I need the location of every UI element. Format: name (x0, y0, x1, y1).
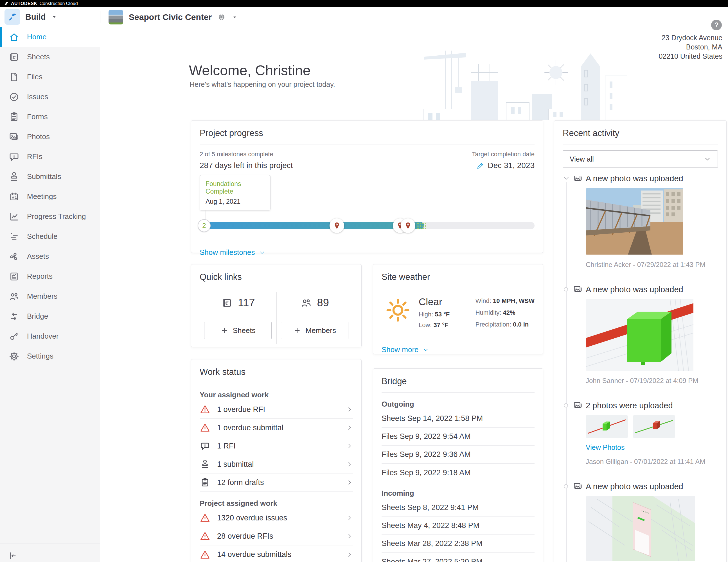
project-switcher[interactable]: Seaport Civic Center (109, 10, 238, 24)
bridge-row[interactable]: Files Sep 9, 2022 9:36 AM (382, 446, 535, 464)
warning-icon (200, 531, 210, 541)
section-heading: Outgoing (382, 400, 535, 408)
help-button[interactable]: ? (711, 20, 722, 30)
build-product-icon (4, 9, 20, 25)
bridge-row[interactable]: Files Sep 9, 2022 9:18 AM (382, 464, 535, 482)
card-title: Recent activity (563, 121, 718, 144)
activity-filter-select[interactable]: View all (563, 150, 718, 168)
photo-upload-icon (573, 481, 583, 491)
activity-thumb-red-model[interactable] (633, 415, 675, 438)
sidebar-item-issues[interactable]: Issues (0, 87, 100, 107)
divider (200, 383, 353, 383)
activity-item: 2 photos were uploaded (563, 401, 718, 466)
warning-icon (200, 549, 210, 560)
wind-value: 10 MPH, WSW (493, 297, 535, 304)
milestone-name: Foundations Complete (206, 180, 265, 195)
forms-icon (8, 111, 20, 123)
issues-icon (8, 91, 20, 103)
work-status-row[interactable]: 28 overdue RFIs (200, 527, 353, 545)
milestone-start-marker: 2 (198, 219, 211, 232)
work-status-row[interactable]: 1 submittal (200, 455, 353, 473)
bridge-row[interactable]: Sheets Mar 27, 2022 5:20 PM (382, 553, 535, 562)
chevron-down-icon (704, 156, 711, 163)
sidebar-item-handover[interactable]: Handover (0, 326, 100, 346)
activity-item: A new photo was uploaded (563, 482, 718, 562)
bridge-row[interactable]: Sheets Mar 28, 2022 2:38 PM (382, 535, 535, 553)
collapse-sidebar-icon[interactable] (7, 551, 17, 561)
activity-photo-construction-site[interactable] (586, 188, 718, 255)
tooltip-connector (206, 210, 206, 220)
humidity-value: 42% (503, 309, 515, 316)
target-completion-date: Dec 31, 2023 (488, 161, 535, 170)
add-sheets-button[interactable]: Sheets (204, 322, 272, 339)
activity-thumb-green-model[interactable] (586, 415, 628, 438)
caret-down-icon (231, 14, 238, 21)
sidebar-item-photos[interactable]: Photos (0, 127, 100, 147)
warning-icon (200, 422, 210, 433)
work-status-row[interactable]: 1 RFI (200, 437, 353, 455)
assets-icon (8, 251, 20, 262)
work-status-row[interactable]: 14 overdue submittals (200, 545, 353, 562)
sheets-icon (221, 297, 233, 309)
sidebar-item-meetings[interactable]: Meetings (0, 187, 100, 207)
product-name: Build (25, 12, 46, 22)
sidebar-item-home[interactable]: Home (0, 27, 100, 47)
sidebar-item-rfis[interactable]: RFIs (0, 147, 100, 167)
sidebar-item-reports[interactable]: Reports (0, 267, 100, 286)
bridge-row[interactable]: Sheets Sep 14, 2022 1:58 PM (382, 410, 535, 428)
meetings-icon (8, 191, 20, 202)
sidebar-item-schedule[interactable]: Schedule (0, 227, 100, 247)
bridge-card: Bridge Outgoing Sheets Sep 14, 2022 1:58… (373, 368, 543, 562)
activity-photo-model-render[interactable] (586, 299, 718, 371)
show-more-link[interactable]: Show more (382, 339, 429, 360)
edit-pencil-icon[interactable] (477, 162, 484, 170)
sidebar-item-submittals[interactable]: Submittals (0, 167, 100, 187)
bridge-row[interactable]: Sheets May 4, 2022 8:48 PM (382, 517, 535, 535)
sidebar-item-settings[interactable]: Settings (0, 346, 100, 366)
submittal-stamp-icon (200, 459, 210, 469)
milestone-pin (330, 218, 344, 233)
sheets-icon (8, 51, 20, 63)
progress-bar: 2 (200, 222, 535, 229)
sun-icon (385, 297, 411, 323)
bridge-icon (8, 311, 20, 322)
sidebar-item-forms[interactable]: Forms (0, 107, 100, 127)
sidebar-item-files[interactable]: Files (0, 67, 100, 87)
chevron-right-icon (346, 406, 353, 413)
bridge-row[interactable]: Files Sep 9, 2022 9:54 AM (382, 428, 535, 446)
work-status-row[interactable]: 12 form drafts (200, 473, 353, 492)
members-icon (300, 297, 312, 309)
work-status-row[interactable]: 1 overdue submittal (200, 419, 353, 437)
app-header: Build Seaport Civic Center ? (0, 7, 728, 27)
project-name: Seaport Civic Center (129, 12, 212, 22)
sidebar-item-progress-tracking[interactable]: Progress Tracking (0, 207, 100, 227)
chevron-right-icon (346, 533, 353, 540)
activity-photo-bim-panel[interactable] (586, 496, 718, 561)
app-window: AUTODESK Construction Cloud Build Seapor… (0, 0, 728, 562)
timeline-chevron-icon[interactable] (563, 176, 570, 182)
sidebar-item-sheets[interactable]: Sheets (0, 47, 100, 67)
work-status-row[interactable]: 1 overdue RFI (200, 400, 353, 419)
work-status-row[interactable]: 1320 overdue issues (200, 509, 353, 527)
work-status-card: Work status Your assigned work 1 overdue… (191, 359, 362, 562)
view-photos-link[interactable]: View Photos (586, 443, 625, 452)
show-milestones-link[interactable]: Show milestones (200, 242, 265, 263)
plus-icon (220, 326, 228, 334)
files-icon (8, 71, 20, 83)
activity-item: A new photo was uploaded (563, 285, 718, 385)
site-weather-card: Site weather Clear High: 53 °F Low: 37 °… (373, 264, 543, 354)
product-switcher[interactable]: Build (4, 9, 58, 25)
sidebar-item-bridge[interactable]: Bridge (0, 306, 100, 326)
sidebar-item-assets[interactable]: Assets (0, 247, 100, 267)
card-title: Bridge (382, 369, 535, 392)
brand-suffix: Construction Cloud (40, 1, 78, 6)
caret-down-icon (51, 13, 58, 20)
photo-upload-icon (573, 284, 583, 294)
bridge-row[interactable]: Sheets Sep 8, 2022 9:41 PM (382, 499, 535, 517)
milestone-pin (401, 218, 415, 233)
add-members-button[interactable]: Members (281, 322, 348, 339)
precipitation-value: 0.0 in (513, 321, 529, 328)
sidebar-item-members[interactable]: Members (0, 286, 100, 306)
high-temp: 53 °F (435, 311, 450, 318)
project-address: 23 Drydock Avenue Boston, MA 02210 Unite… (659, 33, 722, 61)
